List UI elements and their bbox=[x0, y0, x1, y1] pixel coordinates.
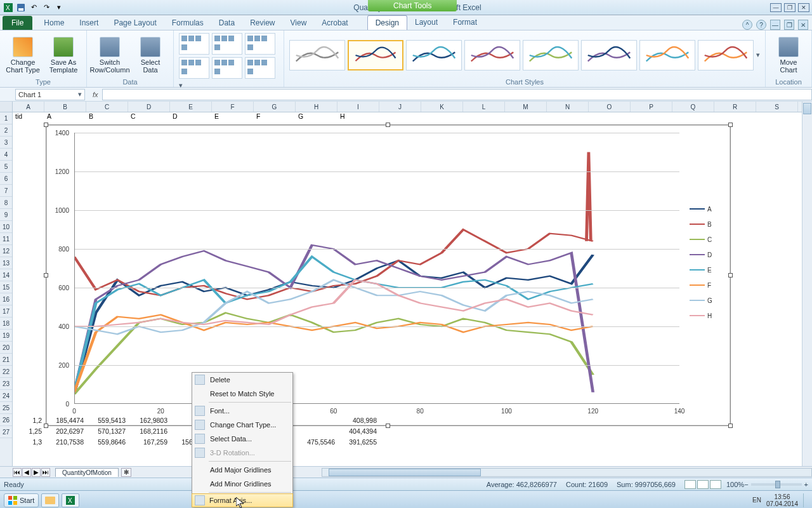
column-header[interactable]: B bbox=[44, 102, 86, 112]
tab-design[interactable]: Design bbox=[367, 15, 407, 30]
menu-item-reset-to-match-style[interactable]: Reset to Match Style bbox=[192, 387, 292, 401]
column-header[interactable]: H bbox=[296, 102, 337, 112]
cell[interactable]: 391,6255 bbox=[337, 438, 379, 449]
redo-icon[interactable]: ↷ bbox=[41, 2, 52, 13]
menu-item-add-major-gridlines[interactable]: Add Major Gridlines bbox=[192, 463, 292, 477]
chart-layout-3[interactable] bbox=[245, 33, 275, 55]
workbook-restore-icon[interactable]: ❐ bbox=[784, 20, 794, 30]
language-indicator[interactable]: EN bbox=[752, 497, 761, 504]
cell[interactable]: 1,25 bbox=[13, 427, 44, 438]
sheet-nav-prev-icon[interactable]: ◀ bbox=[22, 468, 31, 477]
cell[interactable]: 475,5546 bbox=[296, 438, 337, 449]
chart-style-8[interactable] bbox=[698, 40, 754, 70]
taskbar-excel-icon[interactable]: X bbox=[62, 493, 79, 507]
menu-item-add-minor-gridlines[interactable]: Add Minor Gridlines bbox=[192, 477, 292, 491]
row-header[interactable]: 27 bbox=[0, 426, 12, 438]
row-header[interactable]: 26 bbox=[0, 414, 12, 426]
tab-insert[interactable]: Insert bbox=[72, 16, 106, 30]
chevron-down-icon[interactable]: ▾ bbox=[78, 90, 82, 98]
cell[interactable]: 1,3 bbox=[13, 438, 44, 449]
tab-view[interactable]: View bbox=[283, 16, 315, 30]
row-header[interactable]: 16 bbox=[0, 293, 12, 305]
menu-item-format-axis[interactable]: Format Axis... bbox=[192, 493, 293, 507]
cell[interactable]: 1,2 bbox=[13, 417, 44, 427]
fx-icon[interactable]: fx bbox=[89, 91, 102, 98]
row-header[interactable]: 10 bbox=[0, 221, 12, 233]
row-header[interactable]: 9 bbox=[0, 209, 12, 221]
tab-format[interactable]: Format bbox=[445, 15, 485, 30]
scroll-thumb[interactable] bbox=[329, 469, 481, 476]
cell[interactable]: E bbox=[212, 112, 254, 124]
resize-handle[interactable] bbox=[44, 123, 48, 127]
select-data-button[interactable]: Select Data bbox=[133, 37, 168, 74]
legend-entry[interactable]: H bbox=[690, 308, 728, 323]
save-icon[interactable] bbox=[15, 2, 27, 13]
start-button[interactable]: Start bbox=[4, 493, 39, 507]
cell[interactable]: C bbox=[128, 112, 170, 124]
column-header[interactable]: M bbox=[505, 102, 547, 112]
column-header[interactable]: O bbox=[589, 102, 631, 112]
column-header[interactable]: P bbox=[631, 102, 672, 112]
row-header[interactable]: 17 bbox=[0, 305, 12, 318]
cell[interactable]: 162,9803 bbox=[128, 417, 170, 427]
minimize-icon[interactable]: — bbox=[770, 3, 782, 12]
column-header[interactable]: N bbox=[547, 102, 589, 112]
row-header[interactable]: 22 bbox=[0, 366, 12, 378]
row-header[interactable]: 20 bbox=[0, 342, 12, 354]
undo-icon[interactable]: ↶ bbox=[28, 2, 39, 13]
column-header[interactable]: G bbox=[254, 102, 296, 112]
cell[interactable]: 202,6297 bbox=[44, 427, 86, 438]
zoom-percent[interactable]: 100% bbox=[726, 481, 744, 488]
formula-input[interactable] bbox=[102, 89, 812, 100]
horizontal-scrollbar[interactable] bbox=[322, 468, 812, 477]
zoom-out-icon[interactable]: − bbox=[744, 481, 748, 488]
row-header[interactable]: 1 bbox=[0, 112, 12, 124]
tab-layout[interactable]: Layout bbox=[407, 15, 445, 30]
row-header[interactable]: 6 bbox=[0, 173, 12, 185]
cell[interactable]: H bbox=[337, 112, 379, 124]
view-page-layout-icon[interactable] bbox=[697, 480, 709, 489]
row-header[interactable]: 23 bbox=[0, 378, 12, 390]
chart-layout-2[interactable] bbox=[212, 33, 242, 55]
column-header[interactable]: C bbox=[86, 102, 128, 112]
zoom-in-icon[interactable]: + bbox=[804, 481, 808, 488]
restore-icon[interactable]: ❐ bbox=[784, 3, 796, 12]
row-header[interactable]: 7 bbox=[0, 185, 12, 197]
menu-item-change-chart-type[interactable]: Change Chart Type... bbox=[192, 418, 292, 432]
cell[interactable]: 570,1327 bbox=[86, 427, 128, 438]
taskbar-explorer-icon[interactable] bbox=[41, 493, 59, 507]
cell[interactable]: D bbox=[170, 112, 212, 124]
row-header[interactable]: 24 bbox=[0, 390, 12, 402]
cell[interactable]: 210,7538 bbox=[44, 438, 86, 449]
column-header[interactable]: R bbox=[714, 102, 756, 112]
resize-handle[interactable] bbox=[728, 273, 733, 277]
row-header[interactable]: 13 bbox=[0, 257, 12, 269]
zoom-slider[interactable] bbox=[751, 483, 802, 486]
chart-styles-more-icon[interactable]: ▾ bbox=[756, 51, 760, 59]
row-header[interactable]: 21 bbox=[0, 354, 12, 366]
sheet-nav-next-icon[interactable]: ▶ bbox=[32, 468, 41, 477]
legend-entry[interactable]: B bbox=[690, 217, 728, 232]
cell[interactable]: G bbox=[296, 112, 337, 124]
legend-entry[interactable]: E bbox=[690, 262, 728, 277]
column-header[interactable]: L bbox=[463, 102, 505, 112]
sheet-nav-last-icon[interactable]: ⏭ bbox=[41, 468, 50, 477]
chart-legend[interactable]: ABCDEFGH bbox=[690, 201, 728, 323]
tab-page-layout[interactable]: Page Layout bbox=[106, 16, 164, 30]
chart-layout-6[interactable] bbox=[245, 57, 275, 79]
tab-home[interactable]: Home bbox=[36, 16, 72, 30]
chart-style-2[interactable] bbox=[348, 40, 403, 70]
close-icon[interactable]: ✕ bbox=[798, 3, 809, 12]
chart-layout-4[interactable] bbox=[179, 57, 209, 79]
chart-style-6[interactable] bbox=[581, 40, 637, 70]
chart-style-4[interactable] bbox=[464, 40, 520, 70]
workbook-minimize-icon[interactable]: — bbox=[770, 20, 780, 30]
menu-item-select-data[interactable]: Select Data... bbox=[192, 432, 292, 446]
cell[interactable]: tid bbox=[13, 112, 44, 124]
row-header[interactable]: 15 bbox=[0, 281, 12, 293]
column-header[interactable]: J bbox=[379, 102, 421, 112]
select-all-corner[interactable] bbox=[0, 102, 13, 112]
tab-data[interactable]: Data bbox=[211, 16, 242, 30]
plot-area[interactable] bbox=[74, 133, 679, 404]
column-header[interactable]: F bbox=[212, 102, 254, 112]
